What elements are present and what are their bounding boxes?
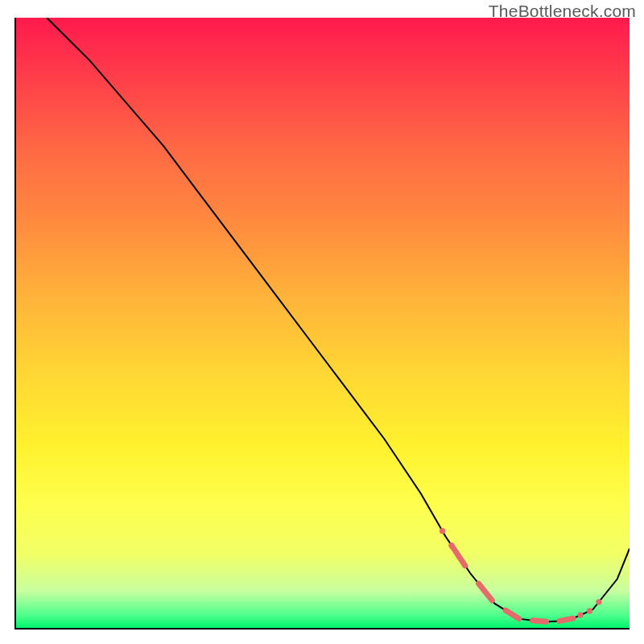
svg-point-5 bbox=[440, 528, 445, 534]
svg-line-0 bbox=[452, 546, 465, 566]
svg-line-3 bbox=[533, 621, 547, 622]
svg-line-4 bbox=[559, 618, 573, 621]
svg-line-2 bbox=[506, 610, 519, 618]
chart-svg bbox=[16, 18, 630, 628]
svg-point-7 bbox=[577, 612, 583, 617]
chart-container: TheBottleneck.com bbox=[0, 0, 644, 644]
highlight-segment bbox=[440, 528, 601, 621]
svg-point-6 bbox=[448, 543, 454, 548]
svg-line-1 bbox=[479, 584, 493, 601]
curve-line bbox=[47, 18, 630, 621]
plot-area bbox=[14, 18, 630, 630]
svg-point-9 bbox=[596, 599, 601, 605]
svg-point-8 bbox=[587, 608, 592, 613]
